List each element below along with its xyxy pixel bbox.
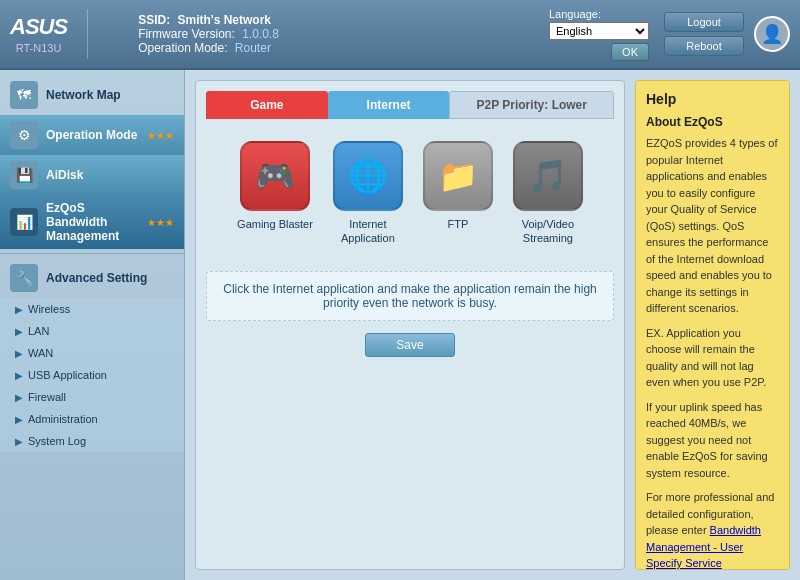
- sidebar-item-advanced[interactable]: 🔧 Advanced Setting: [0, 258, 184, 298]
- app-voip[interactable]: 🎵 Voip/Video Streaming: [513, 141, 583, 246]
- ftp-label: FTP: [448, 217, 469, 231]
- administration-arrow: ▶: [15, 414, 23, 425]
- wan-arrow: ▶: [15, 348, 23, 359]
- internet-application-icon: 🌐: [333, 141, 403, 211]
- operation-mode-stars: ★★★: [147, 130, 174, 141]
- tab-internet[interactable]: Internet: [328, 91, 450, 119]
- voip-icon: 🎵: [513, 141, 583, 211]
- sub-label-administration: Administration: [28, 413, 98, 425]
- firewall-arrow: ▶: [15, 392, 23, 403]
- sub-item-firewall[interactable]: ▶ Firewall: [0, 386, 184, 408]
- ssid-line: SSID: Smith's Network: [138, 13, 549, 27]
- asus-logo: ASUS: [10, 14, 67, 40]
- firmware-version[interactable]: 1.0.0.8: [242, 27, 279, 41]
- help-panel: Help About EzQoS EZQoS provides 4 types …: [635, 80, 790, 570]
- help-para-3: If your uplink speed has reached 40MB/s,…: [646, 399, 779, 482]
- save-button[interactable]: Save: [365, 333, 454, 357]
- app-icons-container: 🎮 Gaming Blaster 🌐 Internet Application …: [206, 131, 614, 256]
- app-gaming-blaster[interactable]: 🎮 Gaming Blaster: [237, 141, 313, 246]
- ssid-label: SSID:: [138, 13, 170, 27]
- main-panel: Game Internet P2P Priority: Lower 🎮 Gami…: [195, 80, 625, 570]
- model-name: RT-N13U: [16, 42, 62, 54]
- sub-label-wireless: Wireless: [28, 303, 70, 315]
- sidebar-item-operation-mode[interactable]: ⚙ Operation Mode ★★★: [0, 115, 184, 155]
- sub-item-wireless[interactable]: ▶ Wireless: [0, 298, 184, 320]
- operation-mode-icon: ⚙: [10, 121, 38, 149]
- help-para-1: EZQoS provides 4 types of popular Intern…: [646, 135, 779, 317]
- content: Game Internet P2P Priority: Lower 🎮 Gami…: [185, 70, 800, 580]
- help-para-2: EX. Application you choose will remain t…: [646, 325, 779, 391]
- language-area: Language: English OK: [549, 8, 649, 61]
- opmode-line: Operation Mode: Router: [138, 41, 549, 55]
- language-select[interactable]: English: [549, 22, 649, 40]
- gaming-blaster-label: Gaming Blaster: [237, 217, 313, 231]
- info-text: Click the Internet application and make …: [206, 271, 614, 321]
- ok-button[interactable]: OK: [611, 43, 649, 61]
- aidisk-icon: 💾: [10, 161, 38, 189]
- sub-menu: ▶ Wireless ▶ LAN ▶ WAN ▶ USB Application…: [0, 298, 184, 452]
- logout-button[interactable]: Logout: [664, 12, 744, 32]
- syslog-arrow: ▶: [15, 436, 23, 447]
- logo-area: ASUS RT-N13U: [10, 14, 67, 54]
- wireless-arrow: ▶: [15, 304, 23, 315]
- opmode-label: Operation Mode:: [138, 41, 227, 55]
- help-subtitle: About EzQoS: [646, 115, 779, 129]
- sub-item-wan[interactable]: ▶ WAN: [0, 342, 184, 364]
- help-title: Help: [646, 91, 779, 107]
- tab-game[interactable]: Game: [206, 91, 328, 119]
- sidebar-item-network-map[interactable]: 🗺 Network Map: [0, 75, 184, 115]
- sub-label-lan: LAN: [28, 325, 49, 337]
- app-ftp[interactable]: 📁 FTP: [423, 141, 493, 246]
- sidebar-item-ezqos[interactable]: 📊 EzQoS Bandwidth Management ★★★: [0, 195, 184, 249]
- sub-label-wan: WAN: [28, 347, 53, 359]
- sidebar-label-operation-mode: Operation Mode: [46, 128, 137, 142]
- gaming-blaster-icon: 🎮: [240, 141, 310, 211]
- internet-application-label: Internet Application: [341, 217, 395, 246]
- app-internet-application[interactable]: 🌐 Internet Application: [333, 141, 403, 246]
- save-btn-wrap: Save: [206, 333, 614, 357]
- sidebar-label-advanced: Advanced Setting: [46, 271, 147, 285]
- lan-arrow: ▶: [15, 326, 23, 337]
- help-para-4: For more professional and detailed confi…: [646, 489, 779, 570]
- header: ASUS RT-N13U SSID: Smith's Network Firmw…: [0, 0, 800, 70]
- main-layout: 🗺 Network Map ⚙ Operation Mode ★★★ 💾 AiD…: [0, 70, 800, 580]
- advanced-icon: 🔧: [10, 264, 38, 292]
- avatar: 👤: [754, 16, 790, 52]
- sidebar-divider: [0, 253, 184, 254]
- sub-label-syslog: System Log: [28, 435, 86, 447]
- reboot-button[interactable]: Reboot: [664, 36, 744, 56]
- header-buttons: Logout Reboot: [664, 12, 744, 56]
- sidebar-item-aidisk[interactable]: 💾 AiDisk: [0, 155, 184, 195]
- sub-item-usb-app[interactable]: ▶ USB Application: [0, 364, 184, 386]
- firmware-label: Firmware Version:: [138, 27, 235, 41]
- sidebar-label-aidisk: AiDisk: [46, 168, 83, 182]
- sidebar-label-ezqos: EzQoS Bandwidth Management: [46, 201, 139, 243]
- ftp-icon: 📁: [423, 141, 493, 211]
- voip-label: Voip/Video Streaming: [522, 217, 574, 246]
- ezqos-icon: 📊: [10, 208, 38, 236]
- tabs: Game Internet P2P Priority: Lower: [206, 91, 614, 119]
- sub-label-usb-app: USB Application: [28, 369, 107, 381]
- ezqos-stars: ★★★: [147, 217, 174, 228]
- sidebar: 🗺 Network Map ⚙ Operation Mode ★★★ 💾 AiD…: [0, 70, 185, 580]
- network-map-icon: 🗺: [10, 81, 38, 109]
- ssid-value: Smith's Network: [177, 13, 271, 27]
- opmode-value[interactable]: Router: [235, 41, 271, 55]
- usb-app-arrow: ▶: [15, 370, 23, 381]
- sidebar-label-network-map: Network Map: [46, 88, 121, 102]
- tab-p2p[interactable]: P2P Priority: Lower: [449, 91, 614, 119]
- sub-item-syslog[interactable]: ▶ System Log: [0, 430, 184, 452]
- sub-label-firewall: Firewall: [28, 391, 66, 403]
- sub-item-lan[interactable]: ▶ LAN: [0, 320, 184, 342]
- language-label: Language:: [549, 8, 601, 20]
- firmware-line: Firmware Version: 1.0.0.8: [138, 27, 549, 41]
- header-info: SSID: Smith's Network Firmware Version: …: [108, 13, 549, 55]
- sub-item-administration[interactable]: ▶ Administration: [0, 408, 184, 430]
